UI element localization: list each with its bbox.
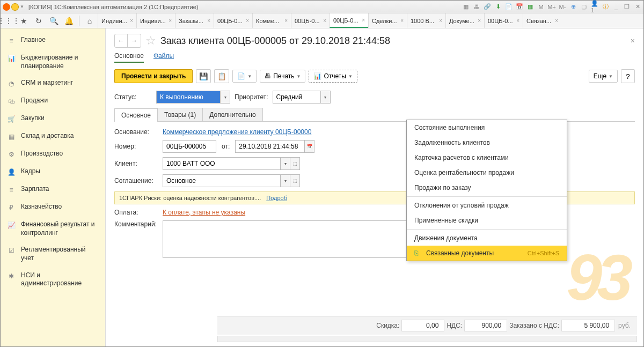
doc-icon[interactable]: 📄 bbox=[505, 3, 513, 11]
menu-item-deviations[interactable]: Отклонения от условий продаж bbox=[407, 198, 567, 213]
save-button[interactable]: 💾 bbox=[196, 69, 211, 83]
sidebar-item-purchases[interactable]: 🛒Закупки bbox=[1, 110, 105, 128]
sidebar-item-production[interactable]: ⚙Производство bbox=[1, 145, 105, 163]
maximize-icon[interactable]: ❐ bbox=[623, 3, 631, 11]
sidebar-item-salary[interactable]: ≡Зарплата bbox=[1, 181, 105, 198]
dropdown-icon[interactable]: ▾ bbox=[321, 91, 331, 104]
close-page-icon[interactable]: × bbox=[631, 36, 635, 45]
calendar-icon[interactable]: 📅 bbox=[516, 3, 523, 11]
tab-0[interactable]: Индиви...× bbox=[98, 13, 136, 28]
sidebar-item-hr[interactable]: 👤Кадры bbox=[1, 163, 105, 181]
close-icon[interactable]: × bbox=[555, 18, 558, 24]
grid-icon[interactable]: ▦ bbox=[526, 3, 534, 11]
tab-1[interactable]: Индиви...× bbox=[136, 13, 175, 28]
dropdown-icon[interactable]: ▾ bbox=[281, 174, 290, 187]
menu-item-related-docs[interactable]: ⎘ Связанные документы Ctrl+Shift+S bbox=[407, 246, 567, 261]
close-icon[interactable]: × bbox=[478, 18, 481, 24]
close-icon[interactable]: × bbox=[323, 18, 326, 24]
horizontal-scrollbar[interactable] bbox=[217, 336, 637, 342]
tab-7[interactable]: Сделки...× bbox=[368, 13, 407, 28]
sidebar-item-crm[interactable]: ◔CRM и маркетинг bbox=[1, 75, 105, 92]
sidebar-item-warehouse[interactable]: ▦Склад и доставка bbox=[1, 128, 105, 145]
forward-button[interactable]: → bbox=[128, 34, 141, 47]
print-icon[interactable]: 🖶 bbox=[473, 3, 480, 11]
tab-2[interactable]: Заказы...× bbox=[175, 13, 214, 28]
sidebar-item-budget[interactable]: 📊Бюджетирование и планирование bbox=[1, 49, 105, 75]
status-select[interactable] bbox=[156, 91, 221, 104]
menu-item-movements[interactable]: Движения документа bbox=[407, 231, 567, 246]
mminus-icon[interactable]: M- bbox=[559, 3, 566, 11]
dropdown-icon[interactable]: ▾ bbox=[221, 91, 230, 104]
tab-4[interactable]: Комме...× bbox=[252, 13, 291, 28]
post-and-close-button[interactable]: Провести и закрыть bbox=[114, 69, 193, 83]
doc-tab-goods[interactable]: Товары (1) bbox=[157, 108, 203, 121]
date-input[interactable] bbox=[235, 140, 305, 153]
sidebar-item-regulated[interactable]: ☑Регламентированный учет bbox=[1, 241, 105, 267]
mplus-icon[interactable]: M+ bbox=[548, 3, 555, 11]
banner-details-link[interactable]: Подроб bbox=[266, 195, 287, 201]
agreement-input[interactable] bbox=[163, 174, 281, 187]
m-icon[interactable]: M bbox=[537, 3, 545, 11]
sidebar-item-finance[interactable]: 📈Финансовый результат и контроллинг bbox=[1, 216, 105, 241]
search-icon[interactable]: 🔍 bbox=[49, 16, 58, 26]
calc-icon[interactable]: ⬇ bbox=[494, 3, 502, 11]
toolbar-icon[interactable]: ▦ bbox=[462, 3, 470, 11]
home-icon[interactable]: ⌂ bbox=[85, 16, 94, 26]
tab-3[interactable]: 00ЦБ-0...× bbox=[214, 13, 252, 28]
close-icon[interactable]: × bbox=[439, 18, 442, 24]
close-icon[interactable]: × bbox=[400, 18, 404, 24]
close-icon[interactable]: × bbox=[207, 18, 210, 24]
subtab-files[interactable]: Файлы bbox=[153, 52, 174, 63]
link-icon[interactable]: 🔗 bbox=[484, 3, 491, 11]
menu-item-status[interactable]: Состояние выполнения bbox=[407, 120, 567, 135]
user-icon[interactable]: 👤1 bbox=[591, 3, 598, 11]
calendar-icon[interactable]: 📅 bbox=[305, 140, 314, 153]
close-icon[interactable]: × bbox=[169, 18, 172, 24]
close-icon[interactable]: × bbox=[246, 18, 249, 24]
sidebar-item-sales[interactable]: 🛍Продажи bbox=[1, 92, 105, 110]
tab-8[interactable]: 1000 В...× bbox=[407, 13, 445, 28]
close-window-icon[interactable]: ✕ bbox=[634, 3, 641, 11]
number-input[interactable] bbox=[163, 140, 216, 153]
create-from-button[interactable]: 📄▼ bbox=[232, 70, 257, 83]
tab-6[interactable]: 00ЦБ-0...× bbox=[330, 13, 368, 28]
help-button[interactable]: ? bbox=[621, 69, 635, 83]
apps-icon[interactable]: ⋮⋮⋮ bbox=[4, 16, 13, 26]
sidebar-item-treasury[interactable]: ₽Казначейство bbox=[1, 198, 105, 216]
close-icon[interactable]: × bbox=[130, 18, 133, 24]
open-icon[interactable]: ⬚ bbox=[290, 174, 300, 187]
doc-tab-extra[interactable]: Дополнительно bbox=[202, 108, 262, 121]
box-icon[interactable]: ▢ bbox=[580, 3, 588, 11]
priority-select[interactable] bbox=[273, 91, 321, 104]
client-input[interactable] bbox=[163, 157, 281, 170]
tab-10[interactable]: 00ЦБ-0...× bbox=[484, 13, 523, 28]
menu-item-card[interactable]: Карточка расчетов с клиентами bbox=[407, 150, 567, 165]
doc-tab-main[interactable]: Основное bbox=[114, 108, 158, 122]
reports-button[interactable]: 📊Отчеты▼ bbox=[309, 70, 357, 83]
minimize-icon[interactable]: _ bbox=[612, 3, 620, 11]
dropdown-icon[interactable]: ▾ bbox=[281, 157, 290, 170]
sidebar-item-admin[interactable]: ✱НСИ и администрирование bbox=[1, 267, 105, 292]
bell-icon[interactable]: 🔔 bbox=[64, 16, 74, 26]
menu-item-debt[interactable]: Задолженность клиентов bbox=[407, 135, 567, 150]
close-icon[interactable]: × bbox=[362, 17, 365, 23]
info-icon[interactable]: ⓘ bbox=[602, 3, 609, 11]
subtab-main[interactable]: Основное bbox=[114, 52, 144, 63]
close-icon[interactable]: × bbox=[516, 18, 519, 24]
tab-11[interactable]: Связан...× bbox=[523, 13, 561, 28]
sidebar-item-main[interactable]: ≡Главное bbox=[1, 32, 105, 49]
tab-5[interactable]: 00ЦБ-0...× bbox=[291, 13, 330, 28]
menu-item-discounts[interactable]: Примененные скидки bbox=[407, 213, 567, 228]
basis-link[interactable]: Коммерческое предложение клиенту 00ЦБ-00… bbox=[163, 128, 311, 136]
star-nav-icon[interactable]: ★ bbox=[19, 16, 28, 26]
print-button[interactable]: 🖶Печать▼ bbox=[260, 70, 305, 83]
history-icon[interactable]: ↻ bbox=[34, 16, 43, 26]
clock-icon[interactable]: ⊕ bbox=[569, 3, 577, 11]
payment-link[interactable]: К оплате, этапы не указаны bbox=[163, 209, 245, 216]
back-button[interactable]: ← bbox=[115, 34, 128, 47]
post-button[interactable]: 📋 bbox=[214, 69, 229, 83]
more-button[interactable]: Еще▼ bbox=[589, 70, 618, 83]
menu-item-profit[interactable]: Оценка рентабельности продажи bbox=[407, 165, 567, 180]
close-icon[interactable]: × bbox=[284, 18, 288, 24]
menu-item-sales[interactable]: Продажи по заказу bbox=[407, 180, 567, 195]
